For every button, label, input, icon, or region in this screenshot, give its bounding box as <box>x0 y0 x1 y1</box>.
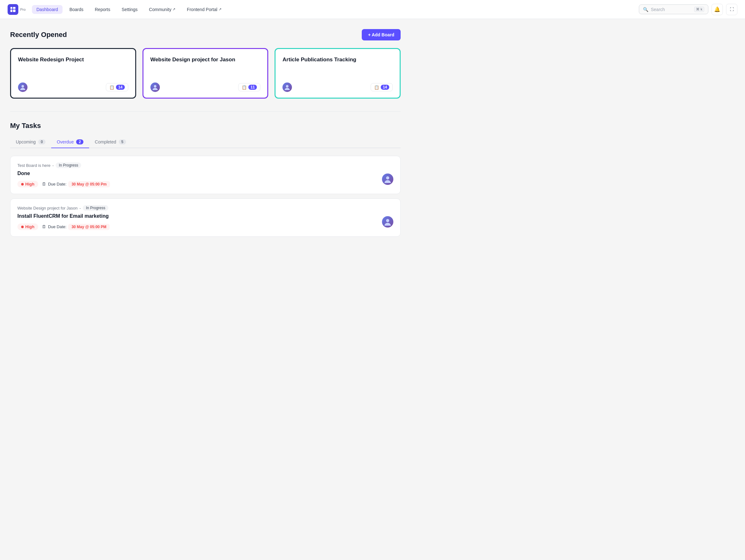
due-date-info-2: 🗓 Due Date: 30 May @ 05:00 PM <box>42 224 110 230</box>
due-date-badge-1: 30 May @ 05:00 Pm <box>68 181 110 187</box>
svg-point-7 <box>386 176 389 180</box>
main-content: Recently Opened + Add Board Website Rede… <box>0 19 411 251</box>
board-card-2[interactable]: Website Design project for Jason 📋 11 <box>142 48 268 99</box>
task-card-row-1: Done High 🗓 Due Date: 30 May @ 05:00 Pm <box>18 170 393 187</box>
notification-button[interactable]: 🔔 <box>712 4 723 15</box>
board-task-count-1: 📋 14 <box>106 83 128 91</box>
external-link-icon: ↗ <box>172 7 175 11</box>
task-icon-1: 📋 <box>109 85 115 90</box>
board-avatar-1 <box>18 83 28 92</box>
task-meta-1: High 🗓 Due Date: 30 May @ 05:00 Pm <box>18 181 110 187</box>
recently-opened-title: Recently Opened <box>10 31 67 39</box>
task-icon-3: 📋 <box>374 85 379 90</box>
nav-item-settings[interactable]: Settings <box>117 5 142 14</box>
logo-icon <box>8 4 18 15</box>
navbar: Pro Dashboard Boards Reports Settings Co… <box>0 0 745 19</box>
board-avatar-2 <box>151 83 160 92</box>
task-icon-2: 📋 <box>242 85 247 90</box>
task-status-1: In Progress <box>56 162 81 168</box>
task-board-info-1: Test Board is here - In Progress <box>18 162 393 168</box>
svg-point-8 <box>386 219 389 222</box>
task-card-1: Test Board is here - In Progress Done Hi… <box>10 156 400 194</box>
board-title-1: Website Redesign Project <box>18 57 128 63</box>
task-name-2: Install FluentCRM for Email marketing <box>18 213 110 219</box>
svg-rect-1 <box>10 9 12 12</box>
nav-item-frontend-portal[interactable]: Frontend Portal ↗ <box>182 5 226 14</box>
priority-badge-2: High <box>18 223 38 230</box>
svg-point-4 <box>22 85 24 88</box>
nav-item-dashboard[interactable]: Dashboard <box>32 5 63 14</box>
svg-rect-2 <box>13 7 15 9</box>
search-placeholder: Search <box>651 7 665 12</box>
due-date-info-1: 🗓 Due Date: 30 May @ 05:00 Pm <box>42 181 110 187</box>
external-link-icon-2: ↗ <box>219 7 222 11</box>
task-name-1: Done <box>18 170 110 176</box>
task-avatar-1 <box>382 174 393 185</box>
svg-rect-0 <box>10 7 12 9</box>
add-board-button[interactable]: + Add Board <box>362 29 400 40</box>
section-divider <box>10 111 400 112</box>
nav-right: 🔍 Search ⌘ k 🔔 ⛶ <box>639 4 737 15</box>
search-box[interactable]: 🔍 Search ⌘ k <box>639 4 708 14</box>
svg-point-6 <box>286 85 288 88</box>
task-avatar-2 <box>382 216 393 227</box>
calendar-icon-1: 🗓 <box>42 182 46 186</box>
fullscreen-icon: ⛶ <box>730 7 734 12</box>
task-status-2: In Progress <box>83 205 108 211</box>
board-title-3: Article Publications Tracking <box>283 57 393 63</box>
my-tasks-title: My Tasks <box>10 122 400 130</box>
nav-item-reports[interactable]: Reports <box>90 5 115 14</box>
board-card-3[interactable]: Article Publications Tracking 📋 14 <box>274 48 400 99</box>
board-title-2: Website Design project for Jason <box>151 57 261 63</box>
priority-dot-1 <box>21 183 24 186</box>
board-footer-2: 📋 11 <box>151 83 261 92</box>
board-task-count-2: 📋 11 <box>238 83 260 91</box>
board-task-count-3: 📋 14 <box>370 83 393 91</box>
svg-point-5 <box>154 85 156 88</box>
board-footer-1: 📋 14 <box>18 83 128 92</box>
search-kbd: ⌘ k <box>694 7 704 12</box>
boards-grid: Website Redesign Project 📋 14 Website De… <box>10 48 400 99</box>
search-icon: 🔍 <box>643 7 648 12</box>
nav-logo[interactable]: Pro <box>8 4 26 15</box>
task-board-info-2: Website Design project for Jason - In Pr… <box>18 205 393 211</box>
bell-icon: 🔔 <box>714 6 720 12</box>
board-card-1[interactable]: Website Redesign Project 📋 14 <box>10 48 136 99</box>
svg-rect-3 <box>13 9 15 12</box>
tab-completed[interactable]: Completed 5 <box>89 136 131 148</box>
board-footer-3: 📋 14 <box>283 83 393 92</box>
priority-dot-2 <box>21 226 24 228</box>
tab-upcoming[interactable]: Upcoming 0 <box>10 136 51 148</box>
calendar-icon-2: 🗓 <box>42 224 46 229</box>
nav-item-community[interactable]: Community ↗ <box>145 5 180 14</box>
my-tasks-section: My Tasks Upcoming 0 Overdue 2 Completed … <box>10 122 400 237</box>
task-card-row-2: Install FluentCRM for Email marketing Hi… <box>18 213 393 230</box>
board-avatar-3 <box>283 83 292 92</box>
due-date-badge-2: 30 May @ 05:00 PM <box>68 224 109 230</box>
pro-badge: Pro <box>20 8 26 11</box>
fullscreen-button[interactable]: ⛶ <box>726 4 737 15</box>
task-card-2: Website Design project for Jason - In Pr… <box>10 198 400 237</box>
task-meta-2: High 🗓 Due Date: 30 May @ 05:00 PM <box>18 223 110 230</box>
tab-overdue[interactable]: Overdue 2 <box>51 136 89 148</box>
tasks-tabs-row: Upcoming 0 Overdue 2 Completed 5 <box>10 136 400 148</box>
recently-opened-header: Recently Opened + Add Board <box>10 29 400 40</box>
nav-item-boards[interactable]: Boards <box>65 5 88 14</box>
priority-badge-1: High <box>18 181 38 187</box>
